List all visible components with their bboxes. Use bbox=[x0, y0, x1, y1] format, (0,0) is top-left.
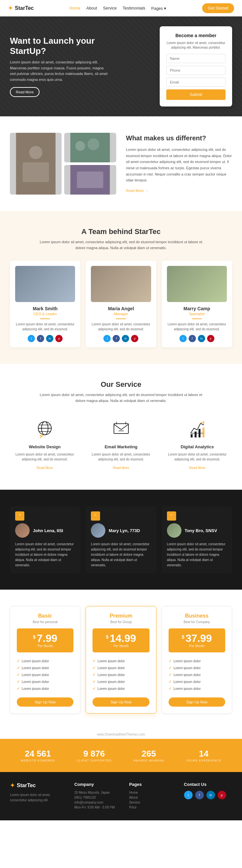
footer-pages: Pages Home About Service Price bbox=[129, 782, 177, 810]
team-role-2: Manager bbox=[91, 312, 151, 316]
nav-about[interactable]: About bbox=[86, 6, 97, 11]
linkedin-icon-1[interactable]: in bbox=[46, 335, 53, 342]
hero-read-more-button[interactable]: Read More bbox=[10, 87, 39, 97]
service-link-1[interactable]: Read More bbox=[36, 466, 53, 470]
feature-premium-3: Lorem ipsum dolor bbox=[92, 672, 149, 678]
pricing-section: Basic Best for personal $ 7.99 Per Month… bbox=[0, 590, 242, 730]
stats-section: 24 561 WEBSITE POWERED 9 876 CLIENT SUPP… bbox=[0, 739, 242, 772]
stat-2: 9 876 CLIENT SUPPORTED bbox=[77, 749, 112, 762]
feature-premium-1: Lorem ipsum dolor bbox=[92, 658, 149, 664]
footer-pinterest-icon[interactable]: p bbox=[218, 791, 226, 799]
nav-testimonials[interactable]: Testimonials bbox=[123, 6, 145, 11]
service-card-3: Digital Analytics Lorem ipsum dolor sit … bbox=[162, 413, 232, 473]
team-card-3: Marry Camp Specialist Lorem ipsum dolor … bbox=[162, 260, 232, 347]
team-photo-3 bbox=[167, 266, 227, 302]
testimonial-header-3: Tony Bro, SNSV bbox=[167, 523, 227, 538]
footer-linkedin-icon[interactable]: in bbox=[207, 791, 215, 799]
service-title-1: Website Design bbox=[13, 444, 76, 449]
testimonial-text-1: Lorem ipsum dolor sit amet, consectetur … bbox=[15, 541, 75, 568]
pricing-features-premium: Lorem ipsum dolor Lorem ipsum dolor Lore… bbox=[92, 658, 149, 692]
nav-links: Home About Service Testimonials Pages ▾ bbox=[70, 6, 166, 11]
testimonial-header-2: Mary Lyn, 773D bbox=[91, 523, 151, 538]
stat-number-3: 265 bbox=[133, 749, 164, 759]
team-image-2 bbox=[64, 133, 116, 162]
footer-facebook-icon[interactable]: f bbox=[195, 791, 204, 799]
team-divider-1 bbox=[40, 318, 50, 319]
nav-pages[interactable]: Pages ▾ bbox=[151, 6, 166, 11]
signup-basic-button[interactable]: Sign Up Now bbox=[17, 698, 74, 707]
form-description: Lorem ipsum dolor sit amet, consectetur … bbox=[166, 41, 225, 50]
stat-number-2: 9 876 bbox=[77, 749, 112, 759]
plan-name-business: Business bbox=[168, 613, 225, 619]
form-submit-button[interactable]: Submit bbox=[166, 89, 225, 100]
price-currency-business: $ bbox=[182, 634, 184, 640]
signup-premium-button[interactable]: Sign Up Now bbox=[92, 698, 149, 707]
different-heading: What makes us different? bbox=[126, 134, 233, 142]
pricing-card-premium: Premium Best for Group $ 14.99 Per Month… bbox=[86, 606, 156, 714]
membership-form: Become a member Lorem ipsum dolor sit am… bbox=[160, 26, 232, 106]
form-name-input[interactable] bbox=[166, 54, 225, 63]
hero-heading: Want to Launch your StartUp? bbox=[10, 36, 109, 56]
pricing-card-business: Business Best for Company $ 37.99 Per Mo… bbox=[162, 606, 232, 714]
feature-business-2: Lorem ipsum dolor bbox=[168, 664, 225, 672]
svg-point-4 bbox=[75, 141, 85, 151]
linkedin-icon-3[interactable]: in bbox=[198, 335, 205, 342]
footer-link-home[interactable]: Home bbox=[129, 791, 177, 795]
form-email-input[interactable] bbox=[166, 78, 225, 87]
team-role-3: Specialist bbox=[167, 312, 227, 316]
pinterest-icon-1[interactable]: p bbox=[55, 335, 62, 342]
service-link-3[interactable]: Read More bbox=[189, 466, 205, 470]
footer-link-service[interactable]: Service bbox=[129, 801, 177, 804]
pinterest-icon-2[interactable]: p bbox=[131, 335, 138, 342]
quote-icon-1: " bbox=[15, 512, 24, 521]
team-image-1 bbox=[10, 133, 61, 194]
pricing-cards: Basic Best for personal $ 7.99 Per Month… bbox=[10, 606, 232, 714]
nav-cta-button[interactable]: Get Started bbox=[202, 3, 234, 13]
price-currency-premium: $ bbox=[106, 634, 109, 640]
team-card-1: Mark Smith CEO & Leader Lorem ipsum dolo… bbox=[10, 260, 80, 347]
footer-link-about[interactable]: About bbox=[129, 796, 177, 799]
price-amount-business: 37.99 bbox=[185, 632, 212, 644]
facebook-icon-1[interactable]: f bbox=[37, 335, 44, 342]
testimonial-avatar-2 bbox=[91, 523, 105, 538]
feature-business-5: Lorem ipsum dolor bbox=[168, 685, 225, 692]
logo-icon: ✦ bbox=[8, 5, 13, 12]
different-read-more[interactable]: Read More → bbox=[126, 189, 149, 193]
facebook-icon-3[interactable]: f bbox=[189, 335, 196, 342]
service-desc-2: Lorem ipsum dolor sit amet, consectetur … bbox=[89, 452, 153, 462]
team-role-1: CEO & Leader bbox=[15, 312, 75, 316]
feature-basic-1: Lorem ipsum dolor bbox=[17, 658, 74, 664]
service-desc-3: Lorem ipsum dolor sit amet, consectetur … bbox=[166, 452, 229, 462]
plan-subtitle-premium: Best for Group bbox=[92, 620, 149, 624]
website-design-icon bbox=[33, 417, 56, 440]
logo: ✦ StarTec bbox=[8, 5, 34, 12]
plan-name-basic: Basic bbox=[17, 613, 74, 619]
footer-link-price[interactable]: Price bbox=[129, 806, 177, 809]
team-divider-3 bbox=[192, 318, 202, 319]
svg-rect-7 bbox=[77, 172, 103, 188]
signup-business-button[interactable]: Sign Up Now bbox=[168, 698, 225, 707]
footer-twitter-icon[interactable]: t bbox=[184, 791, 193, 799]
form-title: Become a member bbox=[166, 33, 225, 38]
form-phone-input[interactable] bbox=[166, 66, 225, 75]
navbar: ✦ StarTec Home About Service Testimonial… bbox=[0, 0, 242, 17]
twitter-icon-2[interactable]: t bbox=[103, 335, 111, 342]
facebook-icon-2[interactable]: f bbox=[113, 335, 120, 342]
pinterest-icon-3[interactable]: p bbox=[207, 335, 214, 342]
nav-home[interactable]: Home bbox=[70, 6, 80, 11]
pricing-features-business: Lorem ipsum dolor Lorem ipsum dolor Lore… bbox=[168, 658, 225, 692]
testimonial-header-1: John Lena, IISI bbox=[15, 523, 75, 538]
team-description: Lorem ipsum dolor sit amet, consectetur … bbox=[39, 239, 204, 251]
service-title-2: Email Marketing bbox=[89, 444, 153, 449]
service-link-2[interactable]: Read More bbox=[113, 466, 129, 470]
nav-service[interactable]: Service bbox=[103, 6, 117, 11]
footer-logo: ✦ StarTec bbox=[10, 782, 68, 789]
price-amount-premium: 14.99 bbox=[110, 632, 136, 644]
testimonial-card-2: " Mary Lyn, 773D Lorem ipsum dolor sit a… bbox=[86, 506, 156, 573]
linkedin-icon-2[interactable]: in bbox=[122, 335, 129, 342]
svg-rect-20 bbox=[198, 429, 200, 437]
price-period-basic: Per Month bbox=[20, 644, 70, 648]
twitter-icon-3[interactable]: t bbox=[180, 335, 187, 342]
twitter-icon-1[interactable]: t bbox=[28, 335, 35, 342]
feature-premium-4: Lorem ipsum dolor bbox=[92, 678, 149, 685]
